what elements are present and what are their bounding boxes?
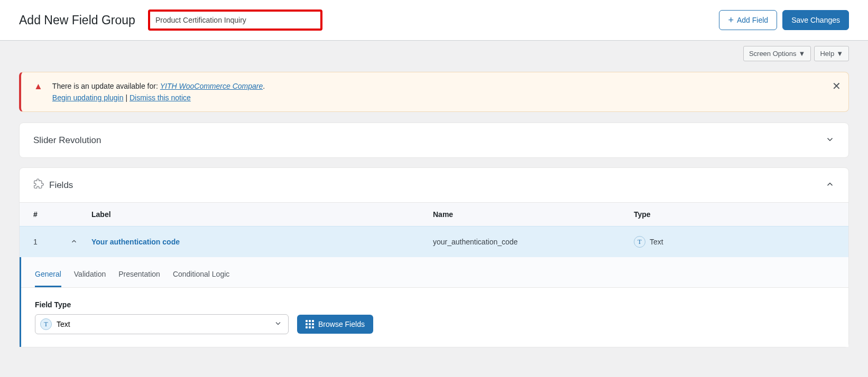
slider-revolution-header[interactable]: Slider Revolution bbox=[20, 123, 848, 157]
row-type-text: Text bbox=[650, 238, 663, 246]
warning-icon: ▲ bbox=[34, 82, 43, 91]
begin-update-link[interactable]: Begin updating plugin bbox=[52, 93, 124, 102]
close-icon: ✕ bbox=[832, 80, 841, 92]
notice-separator: | bbox=[124, 93, 130, 102]
browse-fields-label: Browse Fields bbox=[318, 320, 365, 328]
add-field-label: Add Field bbox=[737, 16, 768, 24]
page-title: Add New Field Group bbox=[19, 13, 135, 27]
chevron-down-icon bbox=[825, 135, 835, 146]
row-collapse-toggle[interactable] bbox=[70, 238, 91, 247]
browse-fields-button[interactable]: Browse Fields bbox=[297, 315, 373, 334]
chevron-up-icon bbox=[825, 180, 835, 191]
plugin-link[interactable]: YITH WooCommerce Compare bbox=[160, 82, 263, 90]
caret-down-icon: ▼ bbox=[799, 50, 806, 58]
col-label: Label bbox=[91, 210, 433, 219]
tab-general[interactable]: General bbox=[35, 265, 61, 287]
slider-revolution-title: Slider Revolution bbox=[33, 135, 101, 146]
row-num: 1 bbox=[33, 238, 70, 246]
table-row[interactable]: 1 Your authentication code your_authenti… bbox=[20, 226, 848, 257]
tab-validation[interactable]: Validation bbox=[74, 265, 106, 287]
tab-conditional[interactable]: Conditional Logic bbox=[173, 265, 229, 287]
tab-presentation[interactable]: Presentation bbox=[118, 265, 160, 287]
field-group-title-input[interactable] bbox=[148, 10, 322, 31]
save-changes-button[interactable]: Save Changes bbox=[782, 10, 849, 30]
plus-icon: + bbox=[728, 15, 734, 25]
type-badge-icon: T bbox=[40, 318, 52, 330]
update-notice: ▲ There is an update available for: YITH… bbox=[19, 72, 849, 112]
fields-panel-title: Fields bbox=[49, 180, 73, 191]
add-field-button[interactable]: + Add Field bbox=[719, 10, 777, 30]
notice-text-prefix: There is an update available for: bbox=[52, 82, 160, 90]
field-type-label: Field Type bbox=[35, 300, 835, 309]
help-button[interactable]: Help ▼ bbox=[814, 46, 849, 61]
notice-text-suffix: . bbox=[263, 82, 265, 90]
slider-revolution-panel: Slider Revolution bbox=[19, 122, 849, 158]
screen-options-button[interactable]: Screen Options ▼ bbox=[743, 46, 811, 61]
grid-icon bbox=[306, 320, 314, 328]
fields-panel: Fields # Label Name Type 1 Your authenti… bbox=[19, 167, 849, 347]
col-type: Type bbox=[634, 210, 835, 219]
puzzle-icon bbox=[33, 178, 44, 192]
row-name: your_authentication_code bbox=[433, 238, 634, 246]
fields-table-head: # Label Name Type bbox=[20, 202, 848, 226]
close-notice-button[interactable]: ✕ bbox=[832, 80, 841, 92]
col-num: # bbox=[33, 210, 70, 219]
caret-down-icon: ▼ bbox=[836, 50, 843, 58]
row-label[interactable]: Your authentication code bbox=[91, 238, 433, 246]
field-type-select[interactable]: Text bbox=[35, 314, 289, 334]
dismiss-notice-link[interactable]: Dismiss this notice bbox=[130, 93, 191, 102]
type-badge-icon: T bbox=[634, 236, 645, 248]
field-editor: General Validation Presentation Conditio… bbox=[20, 257, 848, 347]
screen-options-label: Screen Options bbox=[749, 50, 797, 58]
fields-panel-header[interactable]: Fields bbox=[20, 168, 848, 202]
help-label: Help bbox=[820, 50, 834, 58]
col-name: Name bbox=[433, 210, 634, 219]
